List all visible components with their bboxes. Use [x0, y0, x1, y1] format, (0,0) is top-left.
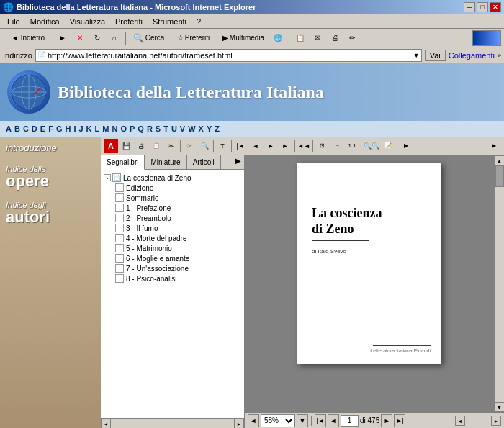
tab-segnalibri[interactable]: Segnalibri [101, 155, 145, 170]
bookmark-item-associazione[interactable]: 7 - Un'associazione [104, 263, 241, 273]
alpha-z[interactable]: Z [215, 124, 220, 133]
pdf-h-left[interactable]: ◄ [455, 416, 465, 426]
home-button[interactable]: ⌂ [107, 30, 122, 46]
scroll-left[interactable]: ◄ [101, 419, 111, 428]
edit-button[interactable]: ✏ [344, 30, 360, 46]
go-button[interactable]: Vai [425, 50, 446, 61]
alpha-f[interactable]: F [48, 124, 53, 133]
h-scroll-track[interactable] [111, 419, 234, 428]
favorites-button[interactable]: ☆Preferiti [170, 30, 217, 46]
pdf-btn-1[interactable]: A [104, 139, 118, 153]
alpha-q[interactable]: Q [138, 124, 144, 133]
mail-button[interactable]: ✉ [310, 30, 325, 46]
alpha-w[interactable]: W [188, 124, 195, 133]
alpha-x[interactable]: X [199, 124, 204, 133]
address-dropdown-icon[interactable]: ▼ [413, 52, 420, 59]
alpha-v[interactable]: V [180, 124, 185, 133]
sidebar-autori[interactable]: Indice degli autori [0, 195, 101, 231]
pdf-back-btn[interactable]: ◄◄ [297, 139, 311, 153]
alpha-h[interactable]: H [65, 124, 71, 133]
alpha-c[interactable]: C [23, 124, 29, 133]
print-button[interactable]: 🖨 [327, 30, 343, 46]
back-button[interactable]: ◄ Indietro [3, 30, 53, 46]
pdf-more-btn[interactable]: ▶ [399, 139, 413, 153]
pdf-first-page[interactable]: |◄ [233, 139, 248, 153]
alpha-d[interactable]: D [32, 124, 37, 133]
bm-expand-root[interactable]: - [104, 174, 111, 181]
pdf-page-input[interactable] [341, 415, 359, 427]
alpha-j[interactable]: J [78, 124, 83, 133]
search-button[interactable]: 🔍Cerca [129, 30, 168, 46]
bookmark-item-psico[interactable]: 8 - Psico-analisi [104, 273, 241, 283]
bookmark-item-root[interactable]: - 📄 La coscienza di Zeno [104, 173, 241, 183]
alpha-g[interactable]: G [56, 124, 63, 133]
pdf-fit-page[interactable]: ⊡ [315, 139, 329, 153]
pdf-status-next[interactable]: ► [381, 414, 392, 427]
links-label[interactable]: Collegamenti [449, 51, 495, 60]
pdf-fit-width[interactable]: ↔ [330, 139, 344, 153]
sidebar-introduzione[interactable]: introduzione [0, 137, 101, 159]
pdf-zoom-dropdown[interactable]: ▼ [297, 414, 308, 427]
sidebar-opere[interactable]: Indice delle opere [0, 159, 101, 195]
pdf-status-first[interactable]: |◄ [315, 414, 326, 427]
tab-miniature[interactable]: Miniature [145, 155, 186, 169]
alpha-i[interactable]: I [73, 124, 76, 133]
menu-preferiti[interactable]: Preferiti [111, 16, 147, 27]
menu-modifica[interactable]: Modifica [26, 16, 64, 27]
links-arrow-icon[interactable]: » [498, 52, 501, 59]
bookmark-item-fumo[interactable]: 3 - Il fumo [104, 223, 241, 233]
ie-globe-button[interactable]: 🌐 [270, 30, 286, 46]
alpha-b[interactable]: B [14, 124, 20, 133]
scroll-right[interactable]: ► [234, 419, 244, 428]
menu-help[interactable]: ? [192, 16, 205, 27]
tab-articoli[interactable]: Articoli [187, 155, 221, 169]
bookmark-item-moglie[interactable]: 6 - Moglie e amante [104, 253, 241, 263]
alpha-p[interactable]: P [130, 124, 135, 133]
multimedia-button[interactable]: ▶Multimedia [218, 30, 269, 46]
alpha-s[interactable]: S [156, 124, 161, 133]
pdf-search-btn[interactable]: 🔍🔍 [363, 139, 380, 153]
pdf-scroll-up[interactable]: ▲ [495, 155, 505, 165]
alpha-e[interactable]: E [40, 124, 45, 133]
alpha-n[interactable]: N [112, 124, 117, 133]
bookmark-item-edizione[interactable]: Edizione [104, 183, 241, 193]
menu-strumenti[interactable]: Strumenti [148, 16, 191, 27]
refresh-button[interactable]: ↻ [89, 30, 105, 46]
alpha-o[interactable]: O [120, 124, 127, 133]
pdf-status-prev[interactable]: ◄ [328, 414, 339, 427]
bookmark-item-preambolo[interactable]: 2 - Preambolo [104, 213, 241, 223]
pdf-h-right[interactable]: ► [491, 416, 501, 426]
pdf-scroll-down[interactable]: ▼ [495, 402, 505, 412]
alpha-t[interactable]: T [163, 124, 168, 133]
pdf-zoom-select[interactable]: 58% 75% 100% [261, 414, 295, 427]
alpha-y[interactable]: Y [207, 124, 212, 133]
pdf-btn-3[interactable]: 🖨 [134, 139, 148, 153]
pdf-annot-btn[interactable]: 📝 [381, 139, 395, 153]
address-input[interactable] [48, 51, 412, 60]
bookmark-item-prefazione[interactable]: 1 - Prefazione [104, 203, 241, 213]
alpha-m[interactable]: M [102, 124, 109, 133]
menu-file[interactable]: File [3, 16, 24, 27]
forward-button[interactable]: ► [55, 30, 71, 46]
pdf-collapse-btn[interactable]: ▶ [487, 139, 501, 153]
alpha-a[interactable]: A [6, 124, 12, 133]
minimize-button[interactable]: ─ [464, 2, 475, 12]
pdf-status-last[interactable]: ►| [394, 414, 405, 427]
bookmark-item-sommario[interactable]: Sommario [104, 193, 241, 203]
pdf-btn-4[interactable]: 📋 [149, 139, 163, 153]
pdf-zoom-tool[interactable]: 🔍 [197, 139, 212, 153]
close-button[interactable]: ✕ [490, 2, 501, 12]
pdf-btn-2[interactable]: 💾 [119, 139, 133, 153]
alpha-l[interactable]: L [95, 124, 100, 133]
bookmark-item-morte[interactable]: 4 - Morte del padre [104, 233, 241, 243]
pdf-scroll-thumb[interactable] [495, 165, 504, 187]
pdf-text-tool[interactable]: T [215, 139, 230, 153]
panel-tab-arrow[interactable]: ▶ [233, 155, 244, 169]
alpha-k[interactable]: K [86, 124, 92, 133]
history-button[interactable]: 📋 [292, 30, 308, 46]
pdf-next-page[interactable]: ► [264, 139, 278, 153]
pdf-last-page[interactable]: ►| [279, 139, 293, 153]
pdf-prev-page[interactable]: ◄ [248, 139, 263, 153]
alpha-u[interactable]: U [171, 124, 177, 133]
menu-visualizza[interactable]: Visualizza [66, 16, 109, 27]
